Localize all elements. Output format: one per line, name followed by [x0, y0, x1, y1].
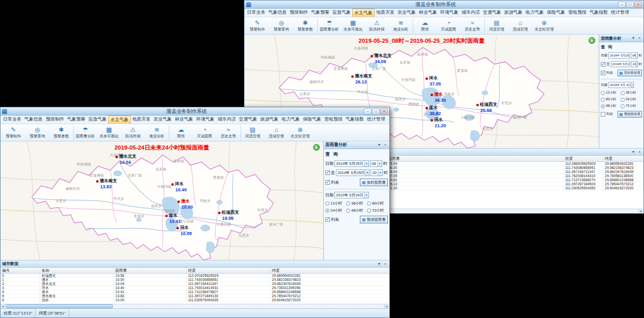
map-station[interactable]: 澧水南支 26.13: [351, 73, 372, 84]
start-date-select[interactable]: 2019年 5月25日▾: [608, 52, 630, 59]
panel-close-icon[interactable]: ×: [637, 36, 642, 41]
map-station[interactable]: 涓水 21.20: [431, 117, 446, 128]
menu-item[interactable]: 环境气象: [439, 9, 460, 17]
column-header[interactable]: 纬度: [270, 268, 389, 273]
table-row[interactable]: 6 涓水 10.00 111.030575093435 29.604615272…: [1, 298, 389, 302]
table-row[interactable]: 2 澧水北支 14.04 111.457154411347 29.6623476…: [1, 282, 389, 286]
table-row[interactable]: 0 松滋西支 19.56 112.001625625929 29.6895549…: [1, 274, 389, 278]
scrollbar-track[interactable]: [357, 209, 638, 213]
map-station[interactable]: 道水 30.82: [425, 105, 441, 116]
column-header[interactable]: 面雨量: [114, 268, 187, 273]
duration-radio[interactable]: 12小时: [601, 91, 621, 95]
forecast-list-checkbox[interactable]: [325, 217, 330, 222]
toolbar-button[interactable]: ✱ 预警参数: [293, 18, 317, 34]
toolbar-button[interactable]: ⊕ 水文站管理: [532, 18, 556, 34]
menu-item[interactable]: 环境气象: [195, 115, 216, 124]
toolbar-button[interactable]: ✎ 预警制作: [2, 125, 25, 140]
menu-item[interactable]: 预报制作: [44, 115, 66, 124]
titlebar[interactable]: 澧县业务制作系统 – □ ×: [244, 1, 643, 9]
menu-item[interactable]: 水文气象: [352, 9, 375, 17]
titlebar[interactable]: 澧县业务制作系统 – □ ×: [1, 107, 389, 115]
duration-radio[interactable]: 24小时: [621, 97, 640, 102]
map-station[interactable]: 涔水 37.05: [425, 75, 441, 86]
column-header[interactable]: 经度: [564, 156, 603, 161]
toolbar-button[interactable]: ◎ 预警查询: [25, 125, 49, 140]
toolbar-button[interactable]: ⌂ 流域管理: [264, 125, 288, 140]
menu-item[interactable]: 统计管理: [365, 115, 387, 124]
to-checkbox[interactable]: [325, 170, 330, 175]
menu-item[interactable]: 统计管理: [609, 9, 631, 17]
scrollbar-thumb[interactable]: [6, 304, 113, 308]
map-station[interactable]: 澧水南支 13.83: [96, 178, 117, 189]
menu-item[interactable]: 预报制作: [288, 9, 310, 17]
menu-item[interactable]: 应急气象: [87, 115, 108, 124]
pin-icon[interactable]: ▼: [377, 142, 382, 148]
menu-item[interactable]: 旅游气象: [503, 9, 524, 17]
forecast-rain-button[interactable]: ▦预报面雨量: [618, 111, 642, 118]
maximize-button[interactable]: □: [372, 108, 380, 114]
toolbar-button[interactable]: ⌂ 流域管理: [508, 18, 532, 34]
map-station[interactable]: 松滋西支 19.56: [218, 210, 239, 221]
map-station[interactable]: 澹水 10.00: [177, 198, 193, 210]
toolbar-button[interactable]: ◔ 灾成面雨: [193, 125, 217, 140]
map-station[interactable]: 澧水北支 14.04: [115, 154, 136, 165]
menu-item[interactable]: 旅游气象: [259, 115, 280, 124]
column-header[interactable]: 编号: [1, 268, 40, 273]
realtime-rain-button[interactable]: ▦实时面雨量: [360, 179, 388, 186]
map-locate-button[interactable]: ▲: [589, 37, 595, 44]
end-date-select[interactable]: 2019年 5月25日▾: [336, 169, 370, 176]
end-hour-select[interactable]: 20▾: [371, 169, 383, 176]
menu-item[interactable]: 地质灾害: [131, 115, 152, 124]
map-station[interactable]: 涔水 10.40: [171, 181, 187, 192]
menu-item[interactable]: 保险气象: [545, 9, 567, 17]
duration-radio[interactable]: 60小时: [367, 201, 388, 206]
scroll-right-icon[interactable]: ▸: [638, 209, 643, 213]
duration-radio[interactable]: 72小时: [367, 208, 388, 213]
list-checkbox[interactable]: [325, 180, 330, 185]
to-checkbox[interactable]: [601, 62, 605, 67]
map-station[interactable]: 道水 10.41: [165, 213, 181, 224]
table-row[interactable]: 5 澧水南支 13.83 111.397271849130 29.7854476…: [1, 294, 389, 298]
toolbar-button[interactable]: ⚠ 防汛特报: [365, 18, 389, 34]
menu-item[interactable]: 交通气象: [237, 115, 259, 124]
panel-close-icon[interactable]: ×: [383, 262, 388, 267]
forecast-list-checkbox[interactable]: [601, 112, 605, 117]
end-date-select[interactable]: 2019年 5月25日▾: [611, 61, 630, 67]
toolbar-button[interactable]: ▦ 水库可视化: [97, 125, 121, 140]
toolbar-button[interactable]: ⊕ 水文站管理: [288, 125, 312, 140]
menu-item[interactable]: 交通气象: [481, 9, 503, 17]
toolbar-button[interactable]: ◎ 预警查询: [269, 18, 293, 34]
map-station[interactable]: 涓水 10.00: [176, 225, 192, 236]
column-header[interactable]: 经度: [187, 268, 270, 273]
toolbar-button[interactable]: ≈ 历史走势: [217, 125, 240, 140]
toolbar-button[interactable]: ◔ 灾成面雨: [437, 18, 461, 34]
menu-item[interactable]: 日常业务: [246, 9, 267, 17]
menu-item[interactable]: 日常业务: [2, 115, 23, 124]
table-row[interactable]: 4 道水 10.41 111.711236473827 29.658601248…: [1, 290, 389, 294]
menu-item[interactable]: 气象信息: [267, 9, 288, 17]
toolbar-button[interactable]: ☁ 雨情: [413, 18, 437, 34]
menu-item[interactable]: 气象指数: [344, 115, 365, 124]
menu-item[interactable]: 气象信息: [23, 115, 44, 124]
duration-radio[interactable]: 72小时: [621, 104, 640, 108]
start-hour-select[interactable]: 08▾: [631, 52, 638, 59]
forecast-date-select[interactable]: 2019年 6月 4日▾: [608, 82, 634, 88]
table-row[interactable]: 3 涔水 10.40 111.793014414431 29.735011395…: [1, 286, 389, 290]
toolbar-button[interactable]: ☂ 面雨量分析: [317, 18, 341, 34]
scrollbar-track[interactable]: [113, 304, 384, 308]
toolbar-button[interactable]: ≋ 淹没分析: [145, 125, 169, 140]
menu-item[interactable]: 雷电预报: [323, 115, 344, 124]
duration-radio[interactable]: 60小时: [601, 97, 621, 102]
forecast-date-select[interactable]: 2019年 5月24日▾: [334, 192, 369, 198]
menu-item[interactable]: 水文气象: [108, 115, 131, 124]
map-station[interactable]: 松滋西支 25.59: [476, 102, 497, 113]
map-station[interactable]: 澹水 36.30: [431, 92, 446, 103]
toolbar-button[interactable]: ≈ 历史走势: [461, 18, 484, 34]
menu-item[interactable]: 气象预警: [66, 115, 87, 124]
menu-item[interactable]: 保险气象: [301, 115, 323, 124]
pin-icon[interactable]: ▼: [377, 262, 382, 267]
horizontal-scrollbar[interactable]: ◂ ▸: [1, 304, 389, 308]
column-header[interactable]: 名称: [40, 268, 114, 273]
close-button[interactable]: ×: [634, 2, 642, 8]
duration-radio[interactable]: 36小时: [346, 201, 367, 206]
